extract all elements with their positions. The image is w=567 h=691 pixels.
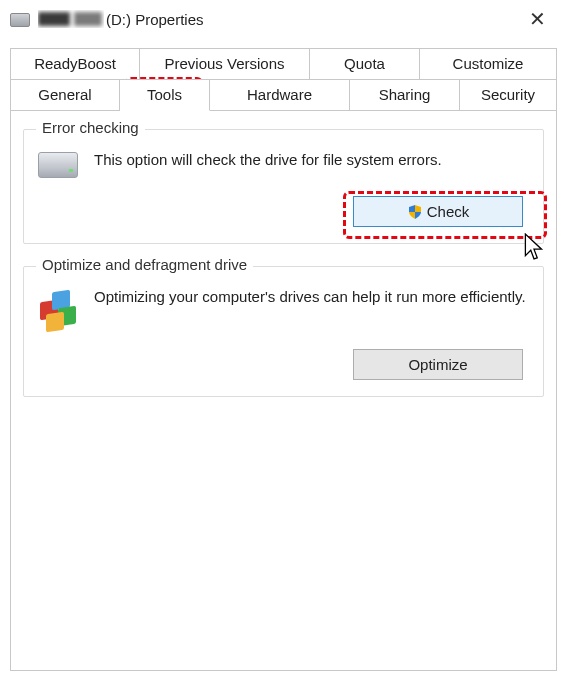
- cursor-icon: [523, 233, 545, 261]
- close-button[interactable]: ✕: [517, 9, 557, 29]
- optimize-button[interactable]: Optimize: [353, 349, 523, 380]
- tab-previous-versions[interactable]: Previous Versions: [140, 48, 310, 79]
- titlebar: (D:) Properties ✕: [0, 0, 567, 40]
- optimize-legend: Optimize and defragment drive: [36, 256, 253, 273]
- tab-sharing[interactable]: Sharing: [350, 79, 460, 111]
- check-button-label: Check: [427, 203, 470, 220]
- tab-tools[interactable]: Tools: [120, 79, 210, 111]
- tab-customize[interactable]: Customize: [420, 48, 557, 79]
- hard-drive-icon: [38, 152, 80, 178]
- defragment-icon: [38, 289, 80, 331]
- window-title: (D:) Properties: [106, 11, 204, 28]
- tab-readyboost[interactable]: ReadyBoost: [10, 48, 140, 79]
- error-checking-legend: Error checking: [36, 119, 145, 136]
- tab-security[interactable]: Security: [460, 79, 557, 111]
- groupbox-error-checking: Error checking This option will check th…: [23, 129, 544, 244]
- error-checking-description: This option will check the drive for fil…: [94, 150, 529, 170]
- optimize-description: Optimizing your computer's drives can he…: [94, 287, 529, 307]
- tab-general[interactable]: General: [10, 79, 120, 111]
- tab-row-upper: ReadyBoost Previous Versions Quota Custo…: [10, 48, 557, 79]
- tab-body-tools: Error checking This option will check th…: [10, 111, 557, 671]
- drive-icon: [10, 13, 30, 27]
- tab-row-lower: General Tools Hardware Sharing Security: [10, 79, 557, 111]
- tab-quota[interactable]: Quota: [310, 48, 420, 79]
- tab-area: ReadyBoost Previous Versions Quota Custo…: [0, 40, 567, 671]
- check-button[interactable]: Check: [353, 196, 523, 227]
- optimize-button-label: Optimize: [408, 356, 467, 373]
- groupbox-optimize: Optimize and defragment drive Optimizing…: [23, 266, 544, 397]
- uac-shield-icon: [407, 204, 423, 220]
- drive-name-redacted: [38, 10, 104, 28]
- tab-hardware[interactable]: Hardware: [210, 79, 350, 111]
